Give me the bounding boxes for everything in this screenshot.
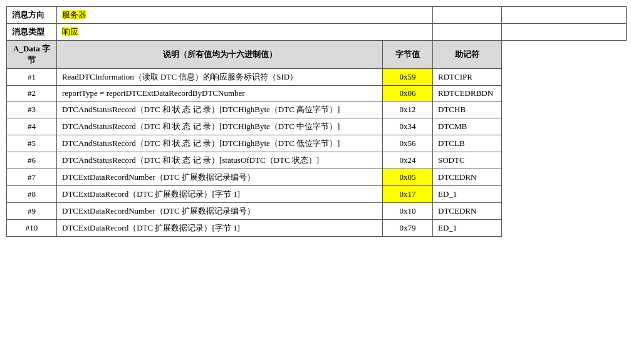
direction-empty2 (502, 7, 627, 24)
type-label: 消息类型 (7, 24, 57, 41)
table-row: #10DTCExtDataRecord（DTC 扩展数据记录）[字节 1]0x7… (7, 220, 627, 237)
table-row: #9DTCExtDataRecordNumber（DTC 扩展数据记录编号）0x… (7, 203, 627, 220)
row-index: #10 (7, 220, 57, 237)
row-byte-val: 0x12 (383, 101, 433, 118)
row-desc: DTCExtDataRecordNumber（DTC 扩展数据记录编号） (57, 169, 383, 186)
row-index: #5 (7, 135, 57, 152)
row-index: #9 (7, 203, 57, 220)
row-index: #3 (7, 101, 57, 118)
row-mnemonic: RDTCIPR (433, 69, 502, 86)
main-table: 消息方向 服务器 消息类型 响应 A_Data 字节 说明（所有值均为十六进制值… (6, 6, 627, 237)
row-desc: ReadDTCInformation（读取 DTC 信息）的响应服务标识符（SI… (57, 69, 383, 86)
table-row: #2reportType = reportDTCExtDataRecordByD… (7, 86, 627, 101)
table-row: #4DTCAndStatusRecord（DTC 和 状 态 记 录）[DTCH… (7, 118, 627, 135)
row-index: #7 (7, 169, 57, 186)
row-byte-val: 0x59 (383, 69, 433, 86)
row-desc: DTCExtDataRecordNumber（DTC 扩展数据记录编号） (57, 203, 383, 220)
table-row: #5DTCAndStatusRecord（DTC 和 状 态 记 录）[DTCH… (7, 135, 627, 152)
row-mnemonic: DTCLB (433, 135, 502, 152)
type-value-text: 响应 (62, 27, 78, 36)
row-byte-val: 0x05 (383, 169, 433, 186)
row-desc: DTCExtDataRecord（DTC 扩展数据记录）[字节 1] (57, 186, 383, 203)
row-index: #4 (7, 118, 57, 135)
type-empty1 (433, 24, 502, 41)
direction-empty1 (433, 7, 502, 24)
row-desc: DTCAndStatusRecord（DTC 和 状 态 记 录）[status… (57, 152, 383, 169)
row-byte-val: 0x06 (383, 86, 433, 101)
col-header-byte: 字节值 (383, 41, 433, 69)
row-desc: DTCAndStatusRecord（DTC 和 状 态 记 录）[DTCHig… (57, 135, 383, 152)
row-mnemonic: DTCEDRN (433, 169, 502, 186)
row-desc: DTCAndStatusRecord（DTC 和 状 态 记 录）[DTCHig… (57, 118, 383, 135)
row-mnemonic: SODTC (433, 152, 502, 169)
row-desc: DTCExtDataRecord（DTC 扩展数据记录）[字节 1] (57, 220, 383, 237)
row-index: #6 (7, 152, 57, 169)
col-header-index: A_Data 字节 (7, 41, 57, 69)
table-row: #7DTCExtDataRecordNumber（DTC 扩展数据记录编号）0x… (7, 169, 627, 186)
col-header-desc: 说明（所有值均为十六进制值） (57, 41, 383, 69)
table-row: #3DTCAndStatusRecord（DTC 和 状 态 记 录）[DTCH… (7, 101, 627, 118)
meta-row-type: 消息类型 响应 (7, 24, 627, 41)
row-index: #8 (7, 186, 57, 203)
row-desc: reportType = reportDTCExtDataRecordByDTC… (57, 86, 383, 101)
type-empty2 (502, 24, 627, 41)
table-row: #8DTCExtDataRecord（DTC 扩展数据记录）[字节 1]0x17… (7, 186, 627, 203)
meta-row-direction: 消息方向 服务器 (7, 7, 627, 24)
direction-label: 消息方向 (7, 7, 57, 24)
row-byte-val: 0x34 (383, 118, 433, 135)
row-desc: DTCAndStatusRecord（DTC 和 状 态 记 录）[DTCHig… (57, 101, 383, 118)
row-mnemonic: ED_1 (433, 220, 502, 237)
row-byte-val: 0x17 (383, 186, 433, 203)
row-mnemonic: RDTCEDRBDN (433, 86, 502, 101)
row-mnemonic: DTCEDRN (433, 203, 502, 220)
direction-value-text: 服务器 (62, 10, 86, 19)
row-byte-val: 0x10 (383, 203, 433, 220)
row-mnemonic: DTCHB (433, 101, 502, 118)
row-index: #1 (7, 69, 57, 86)
table-row: #6DTCAndStatusRecord（DTC 和 状 态 记 录）[stat… (7, 152, 627, 169)
row-index: #2 (7, 86, 57, 101)
row-byte-val: 0x79 (383, 220, 433, 237)
table-row: #1ReadDTCInformation（读取 DTC 信息）的响应服务标识符（… (7, 69, 627, 86)
column-header-row: A_Data 字节 说明（所有值均为十六进制值） 字节值 助记符 (7, 41, 627, 69)
col-header-mnemonic: 助记符 (433, 41, 502, 69)
row-mnemonic: DTCMB (433, 118, 502, 135)
row-byte-val: 0x24 (383, 152, 433, 169)
type-value: 响应 (57, 24, 433, 41)
direction-value: 服务器 (57, 7, 433, 24)
row-byte-val: 0x56 (383, 135, 433, 152)
row-mnemonic: ED_1 (433, 186, 502, 203)
